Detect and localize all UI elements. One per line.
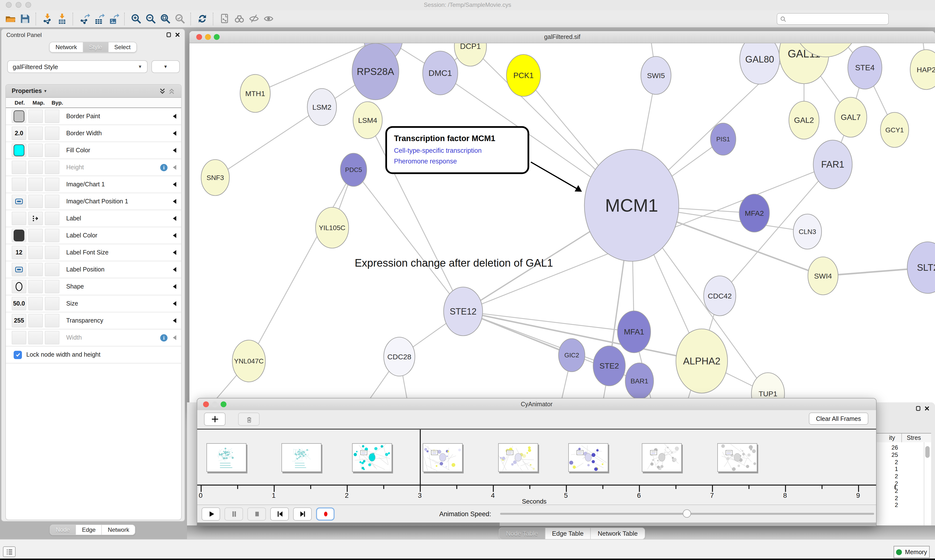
network-edge[interactable] (249, 170, 353, 361)
save-session-icon[interactable] (17, 11, 32, 26)
mapping-cell[interactable] (28, 263, 43, 276)
default-value-cell[interactable] (12, 178, 26, 191)
search-input[interactable] (789, 15, 885, 23)
tab-network[interactable]: Network (50, 42, 83, 52)
network-node-RPS28A[interactable]: RPS28A (352, 43, 399, 100)
tab-edge[interactable]: Edge (76, 525, 102, 535)
network-node-FAR1[interactable]: FAR1 (813, 140, 852, 189)
column-header[interactable]: ity (875, 434, 895, 441)
tab-network[interactable]: Network (102, 525, 135, 535)
property-row-size[interactable]: 50.0Size (6, 295, 181, 312)
network-node-GCY1[interactable]: GCY1 (881, 112, 909, 148)
property-row-border-paint[interactable]: Border Paint (6, 108, 181, 125)
frame-thumbnail-7[interactable] (642, 443, 682, 472)
skip-end-button[interactable] (293, 507, 312, 520)
pause-button[interactable] (224, 507, 243, 520)
import-table-icon[interactable] (54, 11, 69, 26)
memory-button[interactable]: Memory (893, 546, 930, 558)
network-edge[interactable] (215, 107, 322, 178)
property-row-height[interactable]: Heighti (6, 159, 181, 176)
default-value-cell[interactable]: 50.0 (12, 297, 26, 311)
network-node-DMC1[interactable]: DMC1 (423, 51, 458, 95)
property-row-label-position[interactable]: Label Position (6, 261, 181, 278)
zoom-out-icon[interactable] (143, 11, 158, 26)
table-close-icon[interactable] (924, 405, 930, 412)
cyanimator-titlebar[interactable]: CyAnimator (197, 398, 876, 411)
mapping-cell[interactable] (28, 143, 43, 157)
property-row-image-chart-position-1[interactable]: Image/Chart Position 1 (6, 193, 181, 210)
network-node-GAL2[interactable]: GAL2 (789, 101, 819, 139)
network-node-STE12[interactable]: STE12 (444, 287, 483, 336)
properties-header[interactable]: Properties ▾ (6, 85, 181, 98)
mapping-cell[interactable] (28, 109, 43, 123)
tab-node[interactable]: Node (50, 525, 76, 535)
network-node-HAP2[interactable]: HAP2 (910, 50, 935, 89)
default-value-cell[interactable] (12, 331, 26, 345)
playhead[interactable] (420, 429, 421, 485)
zoom-fit-icon[interactable] (158, 11, 173, 26)
network-node-MCM1[interactable]: MCM1 (585, 149, 679, 261)
network-node-STE2[interactable]: STE2 (593, 346, 625, 386)
network-node-SLT2[interactable]: SLT2 (907, 242, 935, 293)
style-select[interactable]: galFiltered Style ▼ (7, 60, 148, 73)
table-cell[interactable]: 1 (875, 466, 898, 473)
frame-thumbnail-6[interactable] (568, 443, 608, 472)
bypass-cell[interactable] (45, 280, 59, 293)
stop-button[interactable] (247, 507, 266, 520)
default-value-cell[interactable]: 12 (12, 246, 26, 259)
expand-row-icon[interactable] (173, 250, 176, 255)
frame-thumbnail-8[interactable] (717, 443, 757, 472)
network-node-SNF3[interactable]: SNF3 (201, 160, 229, 195)
mapping-cell[interactable] (28, 178, 43, 191)
expand-row-icon[interactable] (173, 233, 176, 238)
skip-start-button[interactable] (270, 507, 289, 520)
record-button[interactable] (316, 507, 335, 520)
style-options-button[interactable]: ▼ (151, 60, 180, 73)
frame-thumbnail-4[interactable] (423, 443, 463, 472)
annotation-box[interactable]: Transcription factor MCM1Cell-type-speci… (386, 127, 582, 192)
bypass-cell[interactable] (45, 126, 59, 140)
expand-row-icon[interactable] (173, 114, 176, 119)
checkbox-checked-icon[interactable] (14, 351, 22, 359)
table-values[interactable]: 26252122222 (875, 444, 898, 509)
mapping-cell[interactable] (28, 126, 43, 140)
collapse-all-icon[interactable] (168, 87, 175, 95)
bypass-cell[interactable] (45, 160, 59, 174)
tab-select[interactable]: Select (108, 42, 136, 52)
search-binoculars-icon[interactable] (232, 11, 247, 26)
network-node-PIS1[interactable]: PIS1 (711, 123, 736, 155)
property-row-border-width[interactable]: 2.0Border Width (6, 125, 181, 142)
network-node-MTH1[interactable]: MTH1 (240, 74, 270, 112)
mapping-cell[interactable] (28, 160, 43, 174)
mapping-cell[interactable] (28, 212, 43, 225)
network-node-LSM2[interactable]: LSM2 (307, 89, 336, 126)
bypass-cell[interactable] (45, 331, 59, 345)
export-table-icon[interactable] (91, 11, 106, 26)
expand-row-icon[interactable] (173, 148, 176, 153)
lock-size-row[interactable]: Lock node width and height (6, 346, 181, 363)
property-row-label[interactable]: Label (6, 210, 181, 227)
table-cell[interactable]: 26 (875, 444, 898, 451)
mapping-cell[interactable] (28, 246, 43, 259)
network-node-BAR1[interactable]: BAR1 (625, 363, 654, 399)
tab-network-table[interactable]: Network Table (591, 528, 645, 539)
default-value-cell[interactable] (12, 280, 26, 293)
bypass-cell[interactable] (45, 297, 59, 311)
expand-row-icon[interactable] (173, 301, 176, 306)
expand-row-icon[interactable] (173, 318, 176, 323)
tab-edge-table[interactable]: Edge Table (545, 528, 591, 539)
delete-frame-button[interactable] (238, 412, 259, 426)
network-node-CLN3[interactable]: CLN3 (793, 214, 822, 249)
network-node-LSM4[interactable]: LSM4 (353, 102, 382, 138)
expand-row-icon[interactable] (173, 335, 176, 340)
default-value-cell[interactable] (12, 143, 26, 157)
info-icon[interactable]: i (160, 164, 168, 171)
hide-details-icon[interactable] (247, 11, 261, 26)
bypass-cell[interactable] (45, 229, 59, 242)
network-node-GAL80[interactable]: GAL80 (740, 43, 780, 84)
column-header[interactable]: Stres (907, 434, 921, 441)
close-panel-icon[interactable] (174, 32, 181, 38)
table-cell[interactable]: 2 (875, 495, 898, 502)
bypass-cell[interactable] (45, 246, 59, 259)
export-image-icon[interactable] (106, 11, 121, 26)
